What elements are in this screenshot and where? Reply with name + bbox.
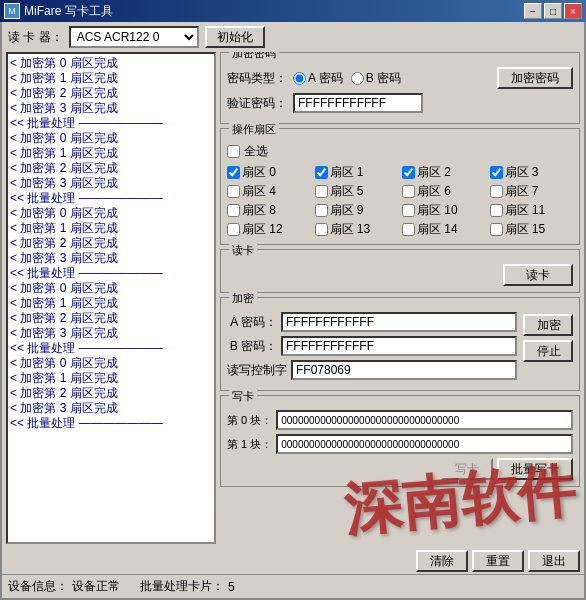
sector-item[interactable]: 扇区 13: [315, 221, 399, 238]
sector-checkbox-8[interactable]: [227, 204, 240, 217]
sector-checkbox-5[interactable]: [315, 185, 328, 198]
log-line: << 批量处理 ———————: [10, 266, 212, 281]
log-line: < 加密第 0 扇区完成: [10, 281, 212, 296]
block1-input[interactable]: [276, 434, 573, 454]
sector-item[interactable]: 扇区 9: [315, 202, 399, 219]
read-btn-row: 读卡: [227, 264, 573, 286]
encrypt-button[interactable]: 加密: [523, 314, 573, 336]
a-password-input[interactable]: [281, 312, 517, 332]
log-line: < 加密第 0 扇区完成: [10, 131, 212, 146]
sector-item[interactable]: 扇区 2: [402, 164, 486, 181]
write-card-button[interactable]: 写卡: [441, 458, 493, 480]
window-controls: − □ ×: [524, 3, 582, 19]
sector-item[interactable]: 扇区 6: [402, 183, 486, 200]
sector-checkbox-1[interactable]: [315, 166, 328, 179]
rw-ctrl-label: 读写控制字: [227, 362, 287, 379]
title-bar: M MiFare 写卡工具 − □ ×: [0, 0, 586, 22]
sector-item[interactable]: 扇区 4: [227, 183, 311, 200]
verify-password-row: 验证密码：: [227, 93, 573, 113]
maximize-button[interactable]: □: [544, 3, 562, 19]
sector-label-2: 扇区 2: [417, 164, 451, 181]
log-line: < 加密第 2 扇区完成: [10, 86, 212, 101]
sector-checkbox-3[interactable]: [490, 166, 503, 179]
right-panel: 加密密码 密码类型： A 密码 B 密码: [220, 52, 580, 544]
verify-password-input[interactable]: [293, 93, 423, 113]
clear-button[interactable]: 清除: [416, 550, 468, 572]
sector-checkbox-15[interactable]: [490, 223, 503, 236]
sector-item[interactable]: 扇区 15: [490, 221, 574, 238]
log-line: << 批量处理 ———————: [10, 191, 212, 206]
log-line: < 加密第 1 扇区完成: [10, 146, 212, 161]
device-status: 设备正常: [72, 578, 120, 595]
sector-item[interactable]: 扇区 14: [402, 221, 486, 238]
b-password-label: B 密码：: [227, 338, 277, 355]
sector-item[interactable]: 扇区 8: [227, 202, 311, 219]
reader-select[interactable]: ACS ACR122 0: [69, 26, 199, 48]
stop-button[interactable]: 停止: [523, 340, 573, 362]
block1-row: 第 1 块：: [227, 434, 573, 454]
log-line: < 加密第 3 扇区完成: [10, 251, 212, 266]
a-password-row: A 密码：: [227, 312, 517, 332]
sector-checkbox-11[interactable]: [490, 204, 503, 217]
b-password-input[interactable]: [281, 336, 517, 356]
sector-checkbox-9[interactable]: [315, 204, 328, 217]
sector-item[interactable]: 扇区 3: [490, 164, 574, 181]
log-line: < 加密第 2 扇区完成: [10, 236, 212, 251]
cipher-b-radio-item[interactable]: B 密码: [351, 70, 401, 87]
sector-item[interactable]: 扇区 7: [490, 183, 574, 200]
close-button[interactable]: ×: [564, 3, 582, 19]
reset-button[interactable]: 重置: [472, 550, 524, 572]
block1-label: 第 1 块：: [227, 437, 272, 452]
sector-checkbox-7[interactable]: [490, 185, 503, 198]
exit-button[interactable]: 退出: [528, 550, 580, 572]
sector-checkbox-2[interactable]: [402, 166, 415, 179]
sector-checkbox-6[interactable]: [402, 185, 415, 198]
sector-item[interactable]: 扇区 5: [315, 183, 399, 200]
minimize-button[interactable]: −: [524, 3, 542, 19]
read-card-title: 读卡: [229, 243, 257, 258]
a-password-label: A 密码：: [227, 314, 277, 331]
log-line: < 加密第 1 扇区完成: [10, 371, 212, 386]
top-bar: 读 卡 器： ACS ACR122 0 初始化: [2, 22, 584, 52]
rw-ctrl-row: 读写控制字: [227, 360, 517, 380]
sector-label-0: 扇区 0: [242, 164, 276, 181]
sector-checkbox-13[interactable]: [315, 223, 328, 236]
cipher-a-radio-item[interactable]: A 密码: [293, 70, 343, 87]
init-button[interactable]: 初始化: [205, 26, 265, 48]
log-line: << 批量处理 ———————: [10, 341, 212, 356]
sector-item[interactable]: 扇区 12: [227, 221, 311, 238]
write-card-group: 写卡 第 0 块： 第 1 块： 写卡 批量写卡: [220, 395, 580, 487]
sector-checkbox-4[interactable]: [227, 185, 240, 198]
sector-item[interactable]: 扇区 11: [490, 202, 574, 219]
sector-checkbox-10[interactable]: [402, 204, 415, 217]
sector-label-9: 扇区 9: [330, 202, 364, 219]
add-cipher-button[interactable]: 加密密码: [497, 67, 573, 89]
cipher-a-label: A 密码: [308, 70, 343, 87]
sector-checkbox-14[interactable]: [402, 223, 415, 236]
rw-ctrl-input[interactable]: [291, 360, 517, 380]
log-line: < 加密第 1 扇区完成: [10, 71, 212, 86]
sector-checkbox-0[interactable]: [227, 166, 240, 179]
log-line: < 加密第 3 扇区完成: [10, 326, 212, 341]
log-line: < 加密第 2 扇区完成: [10, 161, 212, 176]
read-card-button[interactable]: 读卡: [503, 264, 573, 286]
cipher-a-radio[interactable]: [293, 72, 306, 85]
sector-item[interactable]: 扇区 10: [402, 202, 486, 219]
encrypt-group: 加密密码 密码类型： A 密码 B 密码: [220, 52, 580, 124]
select-all-checkbox[interactable]: [227, 145, 240, 158]
reader-label: 读 卡 器：: [8, 29, 63, 46]
sector-checkbox-12[interactable]: [227, 223, 240, 236]
sector-label-4: 扇区 4: [242, 183, 276, 200]
batch-count: 5: [228, 580, 235, 594]
sector-item[interactable]: 扇区 1: [315, 164, 399, 181]
cipher-b-radio[interactable]: [351, 72, 364, 85]
block0-input[interactable]: [276, 410, 573, 430]
verify-label: 验证密码：: [227, 95, 287, 112]
encrypt-group-title: 加密密码: [229, 52, 279, 61]
sector-item[interactable]: 扇区 0: [227, 164, 311, 181]
batch-write-button[interactable]: 批量写卡: [497, 458, 573, 480]
main-window: 读 卡 器： ACS ACR122 0 初始化 < 加密第 0 扇区完成< 加密…: [0, 22, 586, 600]
log-line: < 加密第 3 扇区完成: [10, 101, 212, 116]
batch-count-segment: 批量处理卡片： 5: [140, 578, 235, 595]
sector-label-13: 扇区 13: [330, 221, 371, 238]
